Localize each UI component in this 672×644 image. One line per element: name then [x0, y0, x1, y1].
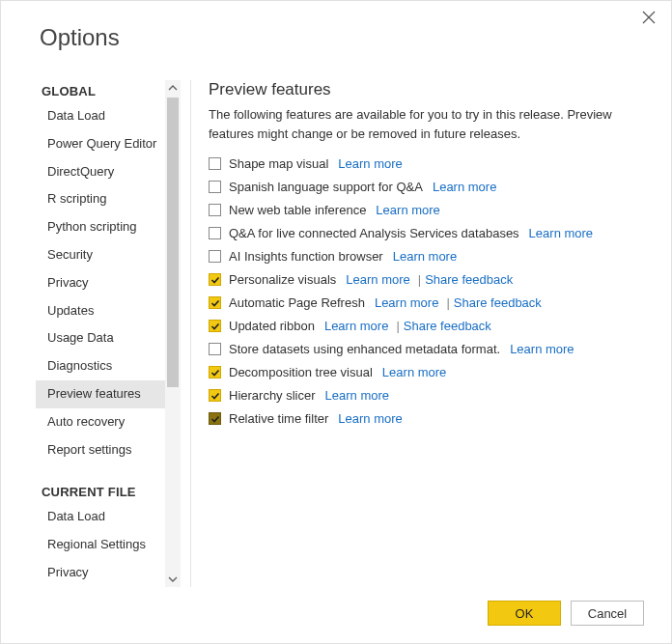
scroll-down-icon[interactable]: [165, 572, 181, 587]
learn-more-link[interactable]: Learn more: [510, 342, 574, 356]
sidebar-item[interactable]: Preview features: [36, 380, 165, 408]
close-icon[interactable]: [642, 11, 658, 26]
feature-label: Relative time filter: [229, 411, 328, 426]
feature-label: Updated ribbon: [229, 319, 315, 333]
sidebar-item[interactable]: Privacy: [36, 559, 165, 587]
feature-label: Decomposition tree visual: [229, 365, 373, 379]
feature-checkbox[interactable]: [209, 250, 221, 263]
sidebar-item[interactable]: R scripting: [36, 185, 165, 213]
scroll-up-icon[interactable]: [165, 80, 181, 96]
feature-row: Updated ribbonLearn more|Share feedback: [209, 319, 644, 333]
learn-more-link[interactable]: Learn more: [325, 388, 389, 403]
vertical-divider: [190, 80, 191, 587]
main-panel: Preview features The following features …: [209, 80, 671, 587]
sidebar-section-header: GLOBAL: [36, 80, 165, 102]
sidebar-item[interactable]: Auto recovery: [36, 408, 165, 436]
learn-more-link[interactable]: Learn more: [338, 411, 402, 426]
learn-more-link[interactable]: Learn more: [346, 272, 409, 287]
feature-label: Store datasets using enhanced metadata f…: [229, 342, 500, 356]
scroll-thumb[interactable]: [167, 98, 179, 387]
learn-more-link[interactable]: Learn more: [338, 156, 402, 171]
feature-row: Decomposition tree visualLearn more: [209, 365, 644, 379]
feature-row: Spanish language support for Q&ALearn mo…: [209, 180, 644, 194]
feature-checkbox[interactable]: [209, 273, 221, 286]
feature-row: Hierarchy slicerLearn more: [209, 388, 644, 403]
learn-more-link[interactable]: Learn more: [393, 249, 457, 264]
link-separator: |: [418, 272, 421, 287]
feature-label: Personalize visuals: [229, 272, 336, 287]
feature-row: Q&A for live connected Analysis Services…: [209, 226, 644, 240]
feature-checkbox[interactable]: [209, 227, 221, 239]
sidebar-section-header: CURRENT FILE: [36, 481, 165, 503]
feature-checkbox[interactable]: [209, 389, 221, 402]
sidebar-item[interactable]: Regional Settings: [36, 531, 165, 559]
feature-row: Automatic Page RefreshLearn more|Share f…: [209, 295, 644, 310]
feature-checkbox[interactable]: [209, 366, 221, 378]
feature-row: Shape map visualLearn more: [209, 156, 644, 171]
feature-label: Q&A for live connected Analysis Services…: [229, 226, 519, 240]
sidebar-item[interactable]: Report settings: [36, 436, 165, 464]
feature-checkbox[interactable]: [209, 296, 221, 309]
feature-row: Relative time filterLearn more: [209, 411, 644, 426]
feature-label: Shape map visual: [229, 156, 328, 171]
feature-label: Automatic Page Refresh: [229, 295, 365, 310]
link-separator: |: [396, 319, 399, 333]
feature-label: AI Insights function browser: [229, 249, 383, 264]
sidebar-item[interactable]: Security: [36, 241, 165, 269]
sidebar-item[interactable]: DirectQuery: [36, 158, 165, 186]
learn-more-link[interactable]: Learn more: [376, 203, 439, 217]
ok-button[interactable]: OK: [488, 601, 561, 626]
sidebar-scrollbar[interactable]: [165, 80, 181, 587]
learn-more-link[interactable]: Learn more: [529, 226, 593, 240]
dialog-footer: OK Cancel: [1, 587, 671, 643]
share-feedback-link[interactable]: Share feedback: [404, 319, 491, 333]
sidebar-item[interactable]: Updates: [36, 297, 165, 325]
feature-checkbox[interactable]: [209, 412, 221, 425]
sidebar-item[interactable]: Diagnostics: [36, 352, 165, 380]
learn-more-link[interactable]: Learn more: [382, 365, 446, 379]
sidebar-item[interactable]: Power Query Editor: [36, 130, 165, 158]
sidebar-item[interactable]: Data Load: [36, 503, 165, 531]
panel-description: The following features are available for…: [209, 105, 644, 143]
learn-more-link[interactable]: Learn more: [433, 180, 496, 194]
sidebar-item[interactable]: Python scripting: [36, 213, 165, 241]
feature-label: Spanish language support for Q&A: [229, 180, 423, 194]
feature-checkbox[interactable]: [209, 204, 221, 216]
feature-checkbox[interactable]: [209, 320, 221, 332]
sidebar-item[interactable]: Data Load: [36, 102, 165, 130]
cancel-button[interactable]: Cancel: [571, 601, 644, 626]
feature-label: New web table inference: [229, 203, 366, 217]
sidebar-item[interactable]: Privacy: [36, 269, 165, 297]
link-separator: |: [446, 295, 449, 310]
feature-row: AI Insights function browserLearn more: [209, 249, 644, 264]
learn-more-link[interactable]: Learn more: [375, 295, 438, 310]
feature-row: New web table inferenceLearn more: [209, 203, 644, 217]
share-feedback-link[interactable]: Share feedback: [454, 295, 542, 310]
learn-more-link[interactable]: Learn more: [324, 319, 388, 333]
feature-checkbox[interactable]: [209, 343, 221, 355]
sidebar: GLOBALData LoadPower Query EditorDirectQ…: [36, 80, 181, 587]
options-dialog: Options GLOBALData LoadPower Query Edito…: [0, 0, 672, 644]
sidebar-item[interactable]: Usage Data: [36, 324, 165, 352]
feature-row: Store datasets using enhanced metadata f…: [209, 342, 644, 356]
share-feedback-link[interactable]: Share feedback: [425, 272, 513, 287]
feature-row: Personalize visualsLearn more|Share feed…: [209, 272, 644, 287]
feature-checkbox[interactable]: [209, 181, 221, 193]
panel-heading: Preview features: [209, 80, 644, 99]
feature-checkbox[interactable]: [209, 157, 221, 170]
dialog-title: Options: [1, 1, 671, 51]
feature-label: Hierarchy slicer: [229, 388, 316, 403]
